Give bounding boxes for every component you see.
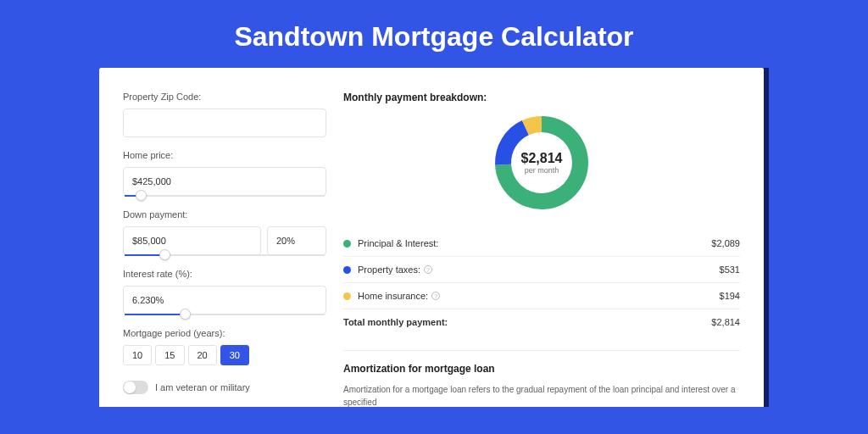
down-payment-slider[interactable] (125, 254, 325, 256)
payment-donut-chart: $2,814 per month (491, 112, 593, 214)
legend-label: Home insurance: ? (358, 291, 720, 301)
legend-label: Principal & Interest: (358, 238, 711, 248)
info-icon[interactable]: ? (424, 265, 432, 274)
zip-label: Property Zip Code: (123, 92, 326, 102)
mortgage-period-options: 10152030 (123, 345, 326, 365)
home-price-label: Home price: (123, 150, 326, 160)
interest-rate-group: Interest rate (%): (123, 269, 326, 315)
veteran-toggle[interactable] (123, 381, 148, 394)
legend-dot-icon (343, 292, 351, 300)
period-button-20[interactable]: 20 (188, 345, 217, 365)
legend-value: $531 (720, 264, 740, 275)
mortgage-period-group: Mortgage period (years): 10152030 (123, 328, 326, 365)
down-payment-percent-input[interactable] (267, 226, 326, 255)
legend-row: Property taxes: ?$531 (343, 256, 740, 282)
breakdown-column: Monthly payment breakdown: $2,814 per mo… (343, 92, 740, 407)
legend-row: Home insurance: ?$194 (343, 282, 740, 309)
inputs-column: Property Zip Code: Home price: Down paym… (123, 92, 326, 407)
breakdown-title: Monthly payment breakdown: (343, 92, 740, 103)
down-payment-group: Down payment: (123, 209, 326, 256)
breakdown-legend: Principal & Interest:$2,089Property taxe… (343, 231, 740, 309)
legend-value: $2,089 (711, 238, 740, 248)
interest-rate-label: Interest rate (%): (123, 269, 326, 279)
page-title: Sandtown Mortgage Calculator (0, 0, 868, 68)
veteran-label: I am veteran or military (155, 382, 250, 392)
home-price-group: Home price: (123, 150, 326, 197)
legend-row: Principal & Interest:$2,089 (343, 231, 740, 256)
interest-rate-input[interactable] (123, 286, 326, 314)
zip-input[interactable] (123, 108, 326, 137)
period-button-10[interactable]: 10 (123, 345, 152, 365)
amortization-text: Amortization for a mortgage loan refers … (343, 383, 740, 407)
donut-center-sub: per month (525, 166, 559, 175)
interest-rate-slider[interactable] (125, 314, 325, 315)
legend-dot-icon (343, 266, 351, 274)
zip-group: Property Zip Code: (123, 92, 326, 137)
legend-dot-icon (343, 240, 351, 248)
amortization-section: Amortization for mortgage loan Amortizat… (343, 350, 740, 407)
legend-label: Property taxes: ? (358, 264, 720, 275)
amortization-title: Amortization for mortgage loan (343, 363, 740, 375)
breakdown-total-value: $2,814 (711, 317, 740, 327)
home-price-slider[interactable] (125, 195, 325, 197)
info-icon[interactable]: ? (431, 292, 440, 300)
calculator-panel: Property Zip Code: Home price: Down paym… (99, 68, 764, 407)
donut-center-amount: $2,814 (521, 151, 563, 166)
mortgage-period-label: Mortgage period (years): (123, 328, 326, 338)
panel-shadow: Property Zip Code: Home price: Down paym… (99, 68, 769, 407)
home-price-input[interactable] (123, 167, 326, 196)
breakdown-total-label: Total monthly payment: (343, 317, 711, 327)
down-payment-amount-input[interactable] (123, 226, 261, 255)
down-payment-label: Down payment: (123, 209, 326, 220)
veteran-toggle-row: I am veteran or military (123, 381, 326, 394)
period-button-30[interactable]: 30 (220, 345, 249, 365)
period-button-15[interactable]: 15 (155, 345, 184, 365)
breakdown-total-row: Total monthly payment: $2,814 (343, 309, 740, 335)
legend-value: $194 (720, 291, 740, 301)
